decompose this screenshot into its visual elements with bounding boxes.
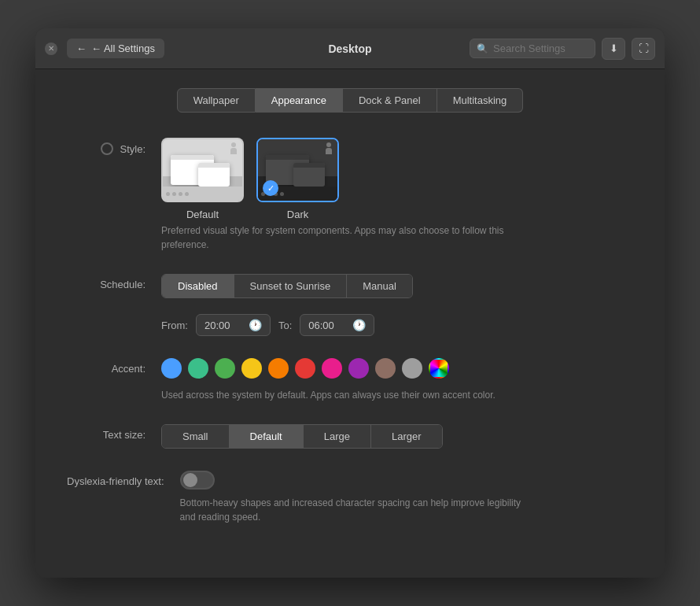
- accent-content: Used across the system by default. Apps …: [161, 358, 496, 402]
- search-input[interactable]: [493, 42, 588, 54]
- download-button[interactable]: ⬇: [602, 38, 625, 60]
- tab-dock-panel[interactable]: Dock & Panel: [343, 88, 437, 113]
- to-time-input[interactable]: 🕐: [300, 314, 374, 336]
- style-section: Style:: [67, 138, 633, 252]
- toggle-knob: [183, 473, 197, 487]
- preview-taskbar-default: [163, 187, 242, 201]
- style-card-default[interactable]: Default: [161, 138, 244, 220]
- dyslexia-label: Dyslexia-friendly text:: [67, 471, 180, 487]
- text-size-default-btn[interactable]: Default: [230, 425, 304, 448]
- text-size-large-btn[interactable]: Large: [304, 425, 371, 448]
- dyslexia-hint: Bottom-heavy shapes and increased charac…: [180, 496, 526, 524]
- titlebar-right: 🔍 ⬇ ⛶: [470, 38, 655, 60]
- preview-inner-default: [163, 139, 242, 201]
- tab-appearance[interactable]: Appearance: [256, 88, 343, 113]
- accent-gray[interactable]: [402, 358, 422, 379]
- accent-brown[interactable]: [375, 358, 396, 379]
- schedule-btn-group: Disabled Sunset to Sunrise Manual: [161, 274, 413, 298]
- schedule-controls: Disabled Sunset to Sunrise Manual From: …: [161, 274, 413, 336]
- dyslexia-content: Bottom-heavy shapes and increased charac…: [180, 471, 526, 524]
- preview-window-default-2: [198, 163, 230, 187]
- style-hint: Preferred visual style for system compon…: [161, 224, 507, 252]
- accent-purple[interactable]: [348, 358, 369, 379]
- content-area: Wallpaper Appearance Dock & Panel Multit…: [35, 69, 665, 578]
- to-time-field[interactable]: [308, 320, 348, 331]
- accent-teal[interactable]: [188, 358, 208, 379]
- style-default-label: Default: [186, 209, 219, 220]
- schedule-manual-btn[interactable]: Manual: [347, 275, 412, 297]
- accent-section: Accent: Used across the system by defaul…: [67, 358, 633, 402]
- accent-green[interactable]: [215, 358, 235, 379]
- color-dots: [161, 358, 496, 379]
- text-size-label: Text size:: [67, 424, 161, 441]
- dyslexia-section: Dyslexia-friendly text: Bottom-heavy sha…: [67, 471, 633, 524]
- preview-inner-dark: ✓: [258, 139, 337, 201]
- accent-pink[interactable]: [322, 358, 342, 379]
- text-size-section: Text size: Small Default Large Larger: [67, 424, 633, 449]
- accent-red[interactable]: [295, 358, 315, 379]
- style-card-dark[interactable]: ✓ Dark: [256, 138, 339, 220]
- schedule-disabled-btn[interactable]: Disabled: [162, 275, 234, 297]
- tab-multitasking[interactable]: Multitasking: [437, 88, 524, 113]
- accent-yellow[interactable]: [241, 358, 262, 379]
- to-label: To:: [278, 320, 292, 331]
- dyslexia-toggle[interactable]: [180, 471, 215, 490]
- preview-person-default: [230, 142, 238, 155]
- style-dark-label: Dark: [287, 209, 308, 220]
- dyslexia-toggle-wrap: [180, 471, 526, 490]
- search-icon: 🔍: [477, 43, 488, 54]
- window-title: Desktop: [328, 42, 371, 55]
- from-time-field[interactable]: [204, 320, 244, 331]
- preview-person-dark: [325, 142, 333, 155]
- maximize-button[interactable]: ⛶: [632, 38, 655, 60]
- schedule-sunset-btn[interactable]: Sunset to Sunrise: [234, 275, 348, 297]
- back-label: ← All Settings: [91, 42, 155, 54]
- search-box[interactable]: 🔍: [470, 39, 595, 58]
- close-button[interactable]: ✕: [45, 42, 57, 55]
- titlebar: ✕ ← ← All Settings Desktop 🔍 ⬇ ⛶: [35, 28, 665, 69]
- text-size-small-btn[interactable]: Small: [162, 425, 230, 448]
- style-preview-dark: ✓: [256, 138, 339, 202]
- accent-hint: Used across the system by default. Apps …: [161, 388, 496, 402]
- from-label: From:: [161, 320, 188, 331]
- style-content: Default: [161, 138, 507, 252]
- desktop-window: ✕ ← ← All Settings Desktop 🔍 ⬇ ⛶ Wallpap…: [35, 28, 665, 578]
- back-arrow-icon: ←: [76, 42, 87, 54]
- preview-window-dark-2: [293, 163, 325, 187]
- accent-orange[interactable]: [268, 358, 289, 379]
- style-label: Style:: [67, 138, 161, 155]
- accent-label: Accent:: [67, 358, 161, 375]
- text-size-group: Small Default Large Larger: [161, 424, 443, 449]
- schedule-label: Schedule:: [67, 274, 161, 290]
- style-options: Default: [161, 138, 507, 220]
- time-row: From: 🕐 To: 🕐: [161, 314, 413, 336]
- back-button[interactable]: ← ← All Settings: [67, 39, 164, 58]
- tab-bar: Wallpaper Appearance Dock & Panel Multit…: [67, 88, 633, 113]
- from-clock-icon: 🕐: [249, 319, 262, 331]
- accent-multicolor[interactable]: [429, 358, 449, 379]
- text-size-larger-btn[interactable]: Larger: [371, 425, 442, 448]
- style-radio[interactable]: [101, 142, 113, 155]
- accent-blue[interactable]: [161, 358, 182, 379]
- dark-selected-badge: ✓: [263, 180, 278, 196]
- tab-wallpaper[interactable]: Wallpaper: [177, 88, 256, 113]
- to-clock-icon: 🕐: [352, 319, 366, 331]
- from-time-input[interactable]: 🕐: [196, 314, 271, 336]
- style-preview-default: [161, 138, 244, 202]
- schedule-section: Schedule: Disabled Sunset to Sunrise Man…: [67, 274, 633, 336]
